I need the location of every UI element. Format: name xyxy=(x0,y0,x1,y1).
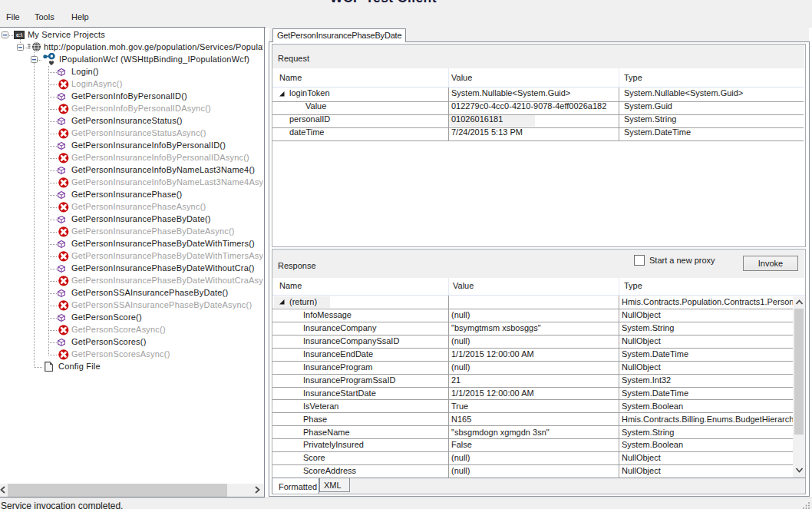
svg-text:c:\: c:\ xyxy=(16,32,22,38)
